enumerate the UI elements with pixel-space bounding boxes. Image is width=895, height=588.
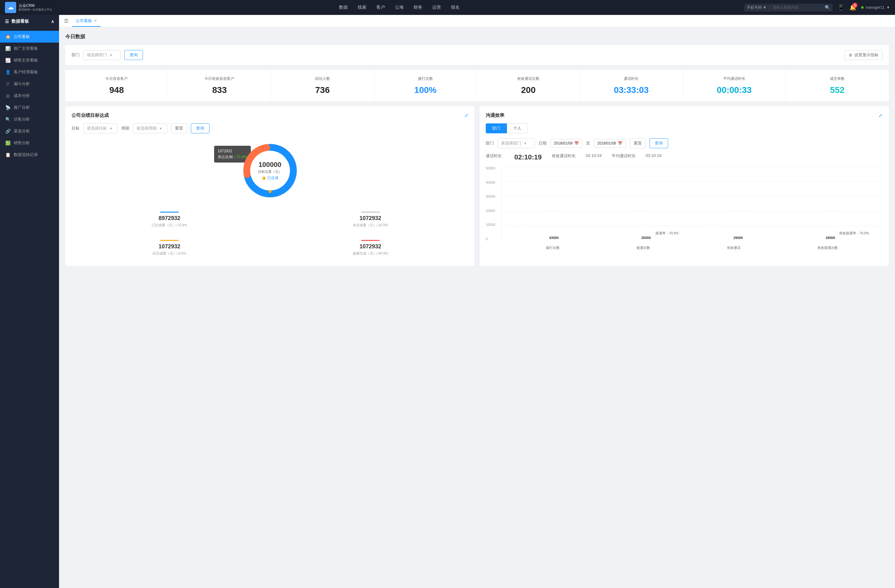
dept-select-arrow: ▼ [109,53,112,57]
stat-new-customers: 今日首咨客户 948 [65,70,168,101]
comm-tab-personal[interactable]: 个人 [507,123,528,133]
nav-leads[interactable]: 线索 [358,3,366,12]
logo: ☁ 云朵CRM 教育机构一站式服务云平台 [5,2,55,13]
comm-reset-button[interactable]: 重置 [630,138,646,148]
stat-completed: 8972932 已完成量（元）| 70.9% [71,208,268,231]
filter-left: 部门 请选择部门 ▼ 查询 [71,50,143,60]
comm-dept-label: 部门 [486,141,494,146]
sidebar: ☰ 数据看板 ∧ 🏠 公司看板 📊 推广主管看板 📈 销售主管看板 👤 客户经理… [0,15,59,588]
nav-data[interactable]: 数据 [339,3,348,12]
target-select-arrow: ▼ [109,127,112,130]
chart-area: 43000 35000 接通率：70.9% [501,166,883,241]
stats-grid: 今日首咨客户 948 今日有效首咨客户 833 回访人数 736 拨打次数 10… [65,70,889,101]
comm-filter: 部门 请选择部门 ▼ 日期 2018/01/08 📅 至 2018/01/08 [486,138,883,148]
main-layout: ☰ 数据看板 ∧ 🏠 公司看板 📊 推广主管看板 📈 销售主管看板 👤 客户经理… [0,15,895,588]
today-data-title: 今日数据 [65,33,889,40]
logo-icon: ☁ [5,2,16,13]
donut-chart-container: 1072932 所占比例：70.9% [71,139,468,202]
page-content: 今日数据 部门 请选择部门 ▼ 查询 ⚙ 设置显示指标 [59,27,895,588]
notification-icon[interactable]: 🔔 5 [849,4,856,11]
target-reset-button[interactable]: 重置 [171,123,187,133]
sidebar-item-company-board[interactable]: 🏠 公司看板 [0,31,59,42]
notification-badge: 5 [853,3,857,8]
search-input[interactable] [772,5,822,10]
tab-close-icon[interactable]: ✕ [94,19,97,23]
sidebar-item-client-board[interactable]: 👤 客户经理看板 [0,66,59,78]
online-status-dot [861,6,864,9]
sidebar-item-visitor[interactable]: 🔍 访客分析 [0,114,59,125]
stat-deals: 成交单数 552 [786,70,889,101]
stat-call-duration: 通话时长 03:33:03 [580,70,683,101]
stat-new-customers-label: 今日首咨客户 [70,76,163,82]
target-query-button[interactable]: 查询 [191,123,209,133]
period-select-arrow: ▼ [159,127,162,130]
bar-group-2: 35000 接通率：70.9% [638,236,654,241]
stat-new-customers-value: 948 [70,85,163,95]
comm-dept-select[interactable]: 请选择部门 ▼ [498,138,535,148]
should-complete-line [160,240,179,241]
department-select[interactable]: 请选择部门 ▼ [83,50,121,60]
stat-call-duration-value: 03:33:03 [585,85,678,95]
promo-board-icon: 📊 [5,46,11,51]
comm-dept-arrow: ▼ [523,142,527,145]
target-stats-grid: 8972932 已完成量（元）| 70.9% 1072932 未完成量（元）| … [71,208,468,259]
y-axis-labels: 50000 40000 30000 20000 10000 0 [486,166,495,241]
stat-effective-calls-value: 200 [482,85,575,95]
sidebar-item-promo-analysis[interactable]: 📡 推广分析 [0,102,59,114]
search-type-selector[interactable]: 手机号码 ▼ [747,5,767,10]
comm-date-to[interactable]: 2018/01/08 📅 [594,139,626,148]
data-flow-icon: 📋 [5,152,11,157]
search-icon[interactable]: 🔍 [825,5,830,10]
target-card-expand[interactable]: ⤢ [464,112,468,118]
filter-bar: 部门 请选择部门 ▼ 查询 ⚙ 设置显示指标 [65,45,889,65]
nav-actions: 手机号码 ▼ | 🔍 📱 🔔 5 manager11 ▼ [744,4,890,12]
target-card-title: 公司业绩目标达成 [71,112,109,118]
bottom-grid: 公司业绩目标达成 ⤢ 目标 请选择目标 ▼ 周期 请选择周期 ▼ [65,106,889,266]
x-axis-labels: 拨打次数 接通次数 有效通话 有效接通次数 [501,246,883,250]
sidebar-item-promo-board[interactable]: 📊 推广主管看板 [0,42,59,55]
user-info[interactable]: manager11 ▼ [861,5,890,10]
nav-finance[interactable]: 财务 [414,3,422,12]
nav-enrollment[interactable]: 报名 [451,3,460,12]
tab-bar: ☰ 公司看板 ✕ [59,15,895,27]
tab-company-board[interactable]: 公司看板 ✕ [72,15,101,27]
setting-display-button[interactable]: ⚙ 设置显示指标 [845,50,883,60]
top-navigation: ☁ 云朵CRM 教育机构一站式服务云平台 数据 线索 客户 公海 财务 运营 报… [0,0,895,15]
grid-line-40000 [502,181,883,182]
sidebar-item-channel[interactable]: 🔗 渠道分析 [0,125,59,137]
sidebar-item-funnel[interactable]: ▽ 漏斗分析 [0,78,59,90]
stat-effective-new-value: 833 [173,85,266,95]
nav-operations[interactable]: 运营 [432,3,441,12]
sidebar-item-sales-analysis[interactable]: 💹 销售分析 [0,137,59,149]
comm-tab-dept[interactable]: 部门 [486,123,507,133]
search-bar: 手机号码 ▼ | 🔍 [744,4,833,12]
target-select[interactable]: 请选择目标 ▼ [83,123,117,133]
stat-dial-count: 拨打次数 100% [374,70,477,101]
comm-card: 沟通效率 ⤢ 部门 个人 部门 请选择部门 ▼ 日期 [479,106,889,266]
comm-date-from[interactable]: 2018/01/08 📅 [551,139,583,148]
sidebar-item-sales-board[interactable]: 📈 销售主管看板 [0,55,59,66]
channel-icon: 🔗 [5,129,11,133]
sidebar-item-data-flow[interactable]: 📋 数据流转记录 [0,149,59,161]
sidebar-expand-icon[interactable]: ☰ [5,19,9,24]
avg-call-value: 02:10:19 [646,153,661,161]
logo-text: 云朵CRM 教育机构一站式服务云平台 [19,3,52,11]
stat-effective-new-label: 今日有效首咨客户 [173,76,266,82]
over-complete-line [361,240,380,241]
stat-dial-label: 拨打次数 [379,76,472,82]
sidebar-collapse-icon[interactable]: ∧ [51,19,54,24]
stat-avg-duration-label: 平均通话时长 [688,76,781,82]
effective-connect-rate-annotation: 有效接通率：70.9% [839,231,869,236]
bar-group-4: 18000 有效接通率：70.9% [822,236,838,241]
sidebar-item-cost[interactable]: ◎ 成本分析 [0,90,59,102]
period-select[interactable]: 请选择周期 ▼ [133,123,167,133]
tab-menu-toggle[interactable]: ☰ [64,18,68,24]
today-query-button[interactable]: 查询 [124,50,143,60]
stat-effective-new: 今日有效首咨客户 833 [168,70,271,101]
comm-card-title: 沟通效率 [486,112,504,118]
mobile-icon[interactable]: 📱 [837,4,844,11]
comm-query-button[interactable]: 查询 [649,138,668,148]
nav-customers[interactable]: 客户 [376,3,385,12]
comm-card-expand[interactable]: ⤢ [878,112,883,118]
nav-public-sea[interactable]: 公海 [395,3,404,12]
